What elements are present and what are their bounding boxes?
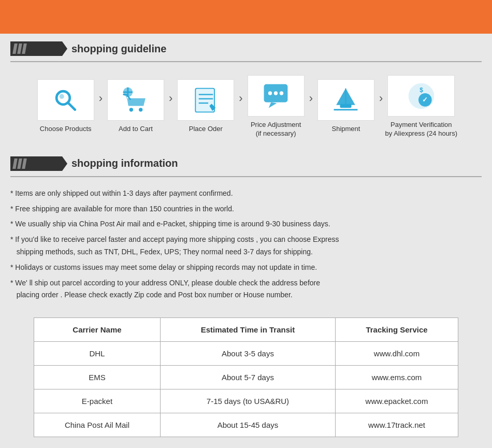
step-label-1: Choose Products (40, 125, 92, 134)
svg-point-14 (274, 91, 278, 95)
transit-epacket: 7-15 days (to USA&RU) (160, 389, 335, 413)
order-icon (192, 86, 220, 114)
info-line-3: * We usually ship via China Post Air mai… (10, 218, 482, 230)
info-header-bar-decoration (10, 156, 62, 171)
col-header-tracking: Tracking Service (336, 318, 458, 342)
svg-point-13 (268, 91, 272, 95)
step-icon-box-1 (37, 79, 94, 121)
header-bar-decoration (10, 41, 62, 56)
guideline-divider (10, 61, 482, 62)
arrow-4: › (309, 92, 313, 105)
info-line-1: * Items are only shipped out within 1-3 … (10, 187, 482, 200)
step-icon-box-3 (177, 79, 234, 121)
step-label-3: Place Oder (189, 125, 223, 134)
table-row: EMS About 5-7 days www.ems.com (34, 366, 458, 389)
carrier-epacket: E-packet (34, 389, 161, 413)
arrow-5: › (379, 92, 383, 105)
step-icon-box-4 (248, 75, 305, 117)
ship-icon (331, 86, 360, 114)
info-line-5: * Holidays or customs issues may meet so… (10, 262, 482, 274)
svg-rect-17 (340, 104, 352, 108)
svg-point-2 (60, 94, 64, 99)
step-add-to-cart: Add to Cart (105, 79, 167, 134)
table-header-row: Carrier Name Estimated Time in Transit T… (34, 318, 458, 342)
top-header-banner (0, 0, 492, 34)
table-row: E-packet 7-15 days (to USA&RU) www.epack… (34, 389, 458, 413)
steps-container: Choose Products › Add to Cart › (10, 70, 482, 149)
tracking-dhl: www.dhl.com (336, 342, 458, 366)
step-icon-box-5 (317, 79, 374, 121)
guideline-section-header: shopping guideline (10, 41, 482, 56)
svg-point-7 (139, 108, 142, 111)
step-shipment: Shipment (315, 79, 377, 134)
chat-icon (262, 82, 290, 110)
tracking-epacket: www.epacket.com (336, 389, 458, 413)
tracking-chinapost: www.17track.net (336, 413, 458, 437)
table-row: DHL About 3-5 days www.dhl.com (34, 342, 458, 366)
search-icon (51, 86, 80, 114)
guideline-title: shopping guideline (71, 43, 166, 55)
step-label-6: Payment Verification by Aliexpress (24 h… (385, 121, 457, 138)
transit-chinapost: About 15-45 days (160, 413, 335, 437)
step-place-order: Place Oder (175, 79, 237, 134)
step-choose-products: Choose Products (35, 79, 97, 134)
svg-line-1 (68, 103, 75, 110)
col-header-carrier: Carrier Name (34, 318, 161, 342)
cart-icon (122, 86, 150, 114)
svg-text:✓: ✓ (422, 96, 428, 104)
payment-icon: $ ✓ (407, 82, 436, 110)
transit-ems: About 5-7 days (160, 366, 335, 389)
col-header-transit: Estimated Time in Transit (160, 318, 335, 342)
info-line-4: * If you'd like to receive parcel faster… (10, 234, 482, 258)
step-label-2: Add to Cart (119, 125, 153, 134)
info-line-6: * We' ll ship out parcel according to yo… (10, 277, 482, 302)
step-payment-verification: $ ✓ Payment Verification by Aliexpress (… (385, 75, 457, 138)
step-label-4: Price Adjustment (if necessary) (251, 121, 301, 138)
carrier-ems: EMS (34, 366, 161, 389)
arrow-2: › (169, 92, 172, 105)
transit-dhl: About 3-5 days (160, 342, 335, 366)
svg-text:$: $ (419, 86, 423, 94)
information-title: shopping information (71, 157, 178, 169)
arrow-1: › (99, 92, 103, 105)
step-icon-box-6: $ ✓ (387, 75, 455, 117)
svg-point-15 (280, 91, 283, 95)
information-section-header: shopping information (10, 156, 482, 171)
step-icon-box-2 (107, 79, 164, 121)
arrow-3: › (239, 92, 242, 105)
step-label-5: Shipment (332, 125, 360, 134)
info-line-2: * Free shipping are available for more t… (10, 203, 482, 215)
tracking-ems: www.ems.com (336, 366, 458, 389)
svg-point-6 (129, 108, 133, 111)
shipping-table: Carrier Name Estimated Time in Transit T… (34, 317, 458, 437)
step-price-adjustment: Price Adjustment (if necessary) (245, 75, 307, 138)
info-text-block: * Items are only shipped out within 1-3 … (10, 185, 482, 312)
carrier-dhl: DHL (34, 342, 161, 366)
carrier-chinapost: China Post Ail Mail (34, 413, 161, 437)
information-divider (10, 176, 482, 177)
table-row: China Post Ail Mail About 15-45 days www… (34, 413, 458, 437)
